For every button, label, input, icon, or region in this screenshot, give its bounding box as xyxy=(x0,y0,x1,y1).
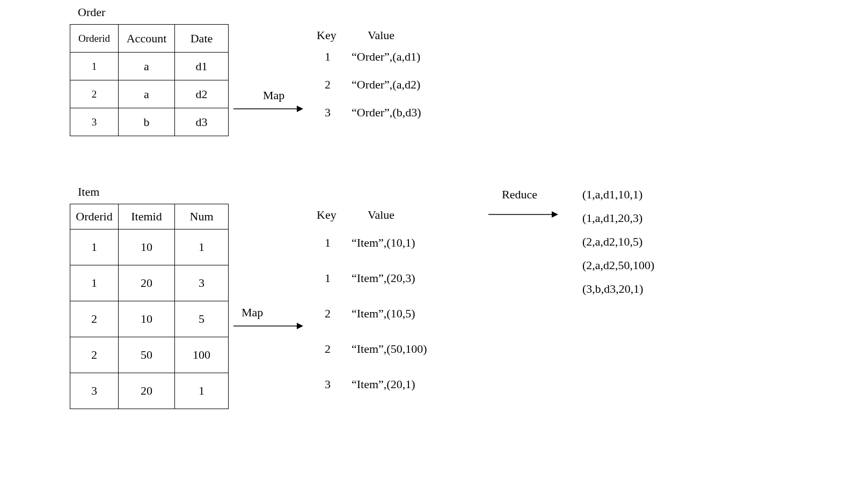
mapreduce-diagram: Order Orderid Account Date 1 a d1 2 a d2… xyxy=(54,21,805,488)
item-header-itemid: Itemid xyxy=(119,204,175,229)
table-row: 3 b d3 xyxy=(70,108,229,136)
value-header: Value xyxy=(368,29,448,41)
order-header-account: Account xyxy=(119,25,175,53)
reduce-label: Reduce xyxy=(502,188,537,202)
result-row: (1,a,d1,20,3) xyxy=(582,212,654,224)
map-output-order: Key Value 1 “Order”,(a,d1) 2 “Order”,(a,… xyxy=(317,29,448,135)
table-row: 3 20 1 xyxy=(70,373,229,409)
kv-row: 1 “Order”,(a,d1) xyxy=(317,51,448,63)
table-row: 1 a d1 xyxy=(70,53,229,80)
map-label-1: Map xyxy=(263,88,284,102)
map-output-item: Key Value 1 “Item”,(10,1) 1 “Item”,(20,3… xyxy=(317,209,448,414)
svg-marker-5 xyxy=(552,211,558,218)
result-row: (2,a,d2,10,5) xyxy=(582,236,654,248)
table-row: 2 10 5 xyxy=(70,301,229,337)
item-title: Item xyxy=(78,185,99,199)
arrow-icon xyxy=(233,322,303,332)
key-header: Key xyxy=(317,29,368,41)
table-row: 1 20 3 xyxy=(70,265,229,301)
kv-row: 3 “Item”,(20,1) xyxy=(317,379,448,390)
kv-row: 1 “Item”,(10,1) xyxy=(317,237,448,249)
value-header: Value xyxy=(368,209,448,221)
reduce-output: (1,a,d1,10,1) (1,a,d1,20,3) (2,a,d2,10,5… xyxy=(582,189,654,307)
item-header-orderid: Orderid xyxy=(70,204,119,229)
result-row: (2,a,d2,50,100) xyxy=(582,260,654,271)
table-row: 1 10 1 xyxy=(70,229,229,265)
kv-row: 3 “Order”,(b,d3) xyxy=(317,107,448,118)
svg-marker-3 xyxy=(297,323,303,329)
order-header-date: Date xyxy=(175,25,229,53)
result-row: (1,a,d1,10,1) xyxy=(582,189,654,201)
arrow-icon xyxy=(488,210,558,221)
table-header-row: Orderid Account Date xyxy=(70,25,229,53)
kv-row: 2 “Order”,(a,d2) xyxy=(317,79,448,91)
map-label-2: Map xyxy=(242,306,263,320)
result-row: (3,b,d3,20,1) xyxy=(582,283,654,295)
key-header: Key xyxy=(317,209,368,221)
order-header-orderid: Orderid xyxy=(70,25,119,53)
kv-row: 2 “Item”,(50,100) xyxy=(317,343,448,355)
svg-marker-1 xyxy=(297,106,303,112)
item-header-num: Num xyxy=(175,204,229,229)
table-row: 2 50 100 xyxy=(70,337,229,373)
order-table: Orderid Account Date 1 a d1 2 a d2 3 b d… xyxy=(70,24,229,136)
kv-row: 2 “Item”,(10,5) xyxy=(317,308,448,320)
item-table: Orderid Itemid Num 1 10 1 1 20 3 2 10 5 … xyxy=(70,204,229,409)
arrow-icon xyxy=(233,105,303,115)
table-row: 2 a d2 xyxy=(70,80,229,108)
table-header-row: Orderid Itemid Num xyxy=(70,204,229,229)
order-title: Order xyxy=(78,5,105,19)
kv-row: 1 “Item”,(20,3) xyxy=(317,272,448,284)
